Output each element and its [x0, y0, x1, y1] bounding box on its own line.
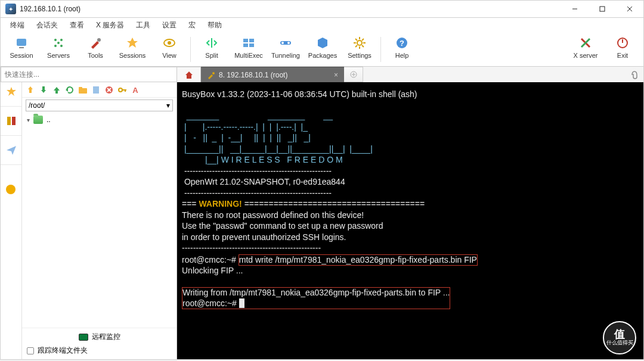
svg-point-48: [6, 185, 16, 194]
svg-point-21: [281, 42, 284, 44]
svg-marker-23: [318, 38, 327, 48]
toolbar-sessions-label: Sessions: [119, 52, 146, 59]
menu-xserver[interactable]: X 服务器: [90, 20, 130, 30]
menu-terminal[interactable]: 终端: [4, 20, 30, 30]
svg-rect-4: [17, 39, 26, 46]
svg-rect-19: [249, 43, 254, 47]
key-icon[interactable]: [117, 85, 127, 95]
toolbar-split[interactable]: Split: [193, 36, 230, 59]
svg-rect-1: [600, 7, 605, 11]
download-icon[interactable]: [39, 85, 48, 95]
toolbar-view[interactable]: View: [151, 36, 188, 59]
status-indicator-icon: [5, 184, 17, 196]
close-button[interactable]: [616, 0, 643, 18]
current-path: /root/: [29, 101, 45, 110]
menu-settings[interactable]: 设置: [156, 20, 182, 30]
follow-terminal-row[interactable]: 跟踪终端文件夹: [27, 346, 172, 356]
file-tree-up[interactable]: ▾ ..: [22, 113, 177, 126]
terminal-cursor: [239, 298, 244, 308]
quick-connect-input[interactable]: [1, 67, 177, 82]
remote-monitor-row[interactable]: 远程监控: [27, 332, 172, 342]
svg-point-7: [60, 39, 63, 41]
menu-tools[interactable]: 工具: [130, 20, 156, 30]
delete-icon[interactable]: [104, 85, 114, 95]
new-file-icon[interactable]: [91, 85, 101, 95]
toolbar-packages[interactable]: Packages: [304, 36, 341, 59]
path-selector[interactable]: /root/ ▾: [26, 99, 173, 111]
watermark-badge: 值 什么值得买: [603, 321, 636, 354]
up-level-icon[interactable]: [52, 85, 61, 95]
text-format-icon[interactable]: A: [131, 85, 140, 95]
svg-line-31: [362, 39, 364, 41]
menu-macro[interactable]: 宏: [182, 20, 202, 30]
attachment-button[interactable]: [624, 67, 643, 82]
svg-line-30: [362, 45, 364, 47]
svg-point-22: [287, 42, 290, 44]
toolbar-multiexec[interactable]: MultiExec: [230, 36, 267, 59]
toolbar-exit[interactable]: Exit: [604, 36, 641, 59]
window-controls: [561, 0, 643, 18]
session-tab-active[interactable]: 8. 192.168.10.1 (root) ×: [201, 67, 344, 82]
monitor-icon: [79, 334, 88, 341]
svg-text:?: ?: [400, 39, 404, 48]
toolbar-settings[interactable]: Settings: [341, 36, 378, 59]
menubar: 终端 会话夹 查看 X 服务器 工具 设置 宏 帮助: [0, 18, 644, 32]
follow-checkbox[interactable]: [27, 347, 34, 354]
toolbar-sessions[interactable]: Sessions: [114, 36, 151, 59]
toolbar-separator: [190, 37, 191, 62]
svg-point-10: [57, 42, 60, 44]
tools-side-icon[interactable]: [5, 115, 17, 127]
ascii-logo: _______ ________ __ | |.-----.-----.----…: [182, 111, 373, 164]
new-folder-icon[interactable]: [78, 85, 88, 95]
svg-rect-17: [249, 39, 254, 42]
svg-point-6: [54, 39, 57, 41]
upload-icon[interactable]: [26, 85, 35, 95]
main-body: A /root/ ▾ ▾ .. 远程监控 跟踪终端文件夹 BusyBox v1.…: [0, 82, 644, 360]
svg-marker-12: [127, 38, 138, 48]
toolbar-session-label: Session: [10, 52, 33, 59]
send-icon[interactable]: [5, 144, 17, 156]
svg-text:A: A: [132, 86, 138, 95]
window-titlebar: ✦ 192.168.10.1 (root): [0, 0, 644, 18]
divider-line-3: ----------------------------------------…: [182, 243, 321, 253]
toolbar-tools[interactable]: Tools: [77, 36, 114, 59]
favorites-icon[interactable]: [5, 86, 17, 98]
refresh-icon[interactable]: [65, 85, 75, 95]
svg-point-61: [119, 88, 122, 92]
svg-rect-51: [42, 86, 45, 90]
minimize-button[interactable]: [561, 0, 589, 18]
session-tab-label: 8. 192.168.10.1 (root): [219, 71, 287, 79]
home-tab[interactable]: [177, 67, 201, 82]
sidebar-toolbar: A: [22, 82, 177, 98]
toolbar-session[interactable]: Session: [3, 36, 40, 59]
toolbar-servers[interactable]: Servers: [40, 36, 77, 59]
svg-rect-56: [79, 87, 82, 89]
terminal-view[interactable]: BusyBox v1.33.2 (2023-11-06 08:36:54 UTC…: [177, 82, 643, 359]
divider-line-2: ----------------------------------------…: [182, 188, 332, 198]
busybox-line: BusyBox v1.33.2 (2023-11-06 08:36:54 UTC…: [182, 89, 417, 99]
menu-view[interactable]: 查看: [64, 20, 90, 30]
new-tab-button[interactable]: [344, 67, 363, 82]
toolbar: Session Servers Tools Sessions View Spli…: [0, 32, 644, 67]
toolbar-help[interactable]: ?Help: [383, 36, 420, 59]
wrench-icon: [207, 71, 215, 79]
warning-line: === WARNING! ===========================…: [182, 199, 425, 208]
svg-marker-39: [185, 71, 193, 79]
svg-rect-46: [12, 117, 16, 125]
toolbar-xserver[interactable]: X server: [567, 36, 604, 59]
menu-sessions[interactable]: 会话夹: [30, 20, 64, 30]
highlighted-output-2: Writing from /tmp/mt7981_nokia_ea0326gmp…: [182, 287, 450, 309]
svg-point-40: [212, 72, 215, 74]
warn-text-2: Use the "passwd" command to set up a new…: [182, 221, 383, 231]
toolbar-split-label: Split: [205, 52, 218, 59]
folder-icon: [33, 116, 43, 124]
maximize-button[interactable]: [589, 0, 616, 18]
tab-close-button[interactable]: ×: [334, 71, 338, 79]
toolbar-multiexec-label: MultiExec: [234, 52, 263, 59]
toolbar-tunneling[interactable]: Tunneling: [267, 36, 304, 59]
svg-marker-49: [28, 86, 33, 89]
warn-text-1: There is no root password defined on thi…: [182, 210, 364, 220]
menu-help[interactable]: 帮助: [202, 20, 228, 30]
svg-rect-57: [93, 86, 99, 94]
watermark-char: 值: [614, 329, 625, 340]
